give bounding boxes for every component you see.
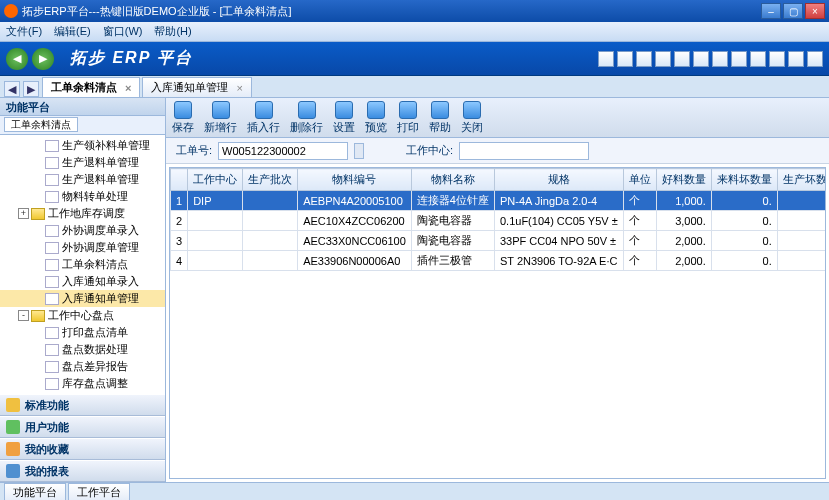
toolbar-button[interactable]: 关闭 [461,101,483,135]
toolbar-button[interactable]: 帮助 [429,101,451,135]
cell[interactable]: AEC33X0NCC06100 [298,231,412,251]
cell[interactable]: 0. [777,251,826,271]
cell[interactable]: 3,000. [656,211,711,231]
tree-item[interactable]: 生产领补料单管理 [0,137,165,154]
cell[interactable]: 0. [711,211,777,231]
cell[interactable]: AEBPN4A20005100 [298,191,412,211]
cell[interactable]: 个 [623,211,656,231]
tree-item[interactable]: 物料转单处理 [0,188,165,205]
cell[interactable]: ST 2N3906 TO-92A E·C [494,251,623,271]
sidebar-section-bar[interactable]: 用户功能 [0,416,165,438]
tree-item[interactable]: 打印盘点清单 [0,324,165,341]
cell[interactable]: 0. [711,231,777,251]
mini-button[interactable] [769,51,785,67]
tab-close-icon[interactable]: × [236,82,242,94]
order-input[interactable] [218,142,348,160]
tree-item[interactable]: +工作地库存调度 [0,205,165,222]
menu-item[interactable]: 窗口(W) [103,24,143,39]
mini-button[interactable] [712,51,728,67]
column-header[interactable]: 规格 [494,169,623,191]
tab-next-button[interactable]: ▶ [23,81,39,97]
mini-button[interactable] [693,51,709,67]
cell[interactable]: AE33906N00006A0 [298,251,412,271]
cell[interactable]: 0. [711,191,777,211]
cell[interactable]: 0.1uF(104) CC05 Y5V ± [494,211,623,231]
table-row[interactable]: 1DIPAEBPN4A20005100连接器4位针座PN-4A JingDa 2… [171,191,827,211]
tree-item[interactable]: 盘点数据处理 [0,341,165,358]
mini-button[interactable] [731,51,747,67]
cell[interactable] [243,211,298,231]
column-header[interactable] [171,169,188,191]
document-tab[interactable]: 入库通知单管理× [142,77,251,97]
cell[interactable]: 2,000. [656,251,711,271]
sidebar-section-bar[interactable]: 我的收藏 [0,438,165,460]
cell[interactable] [243,231,298,251]
cell[interactable]: 2 [171,211,188,231]
tree-item[interactable]: 生产退料单管理 [0,171,165,188]
order-lookup-button[interactable] [354,143,364,159]
cell[interactable]: 插件三极管 [411,251,494,271]
mini-button[interactable] [617,51,633,67]
bottom-tab[interactable]: 功能平台 [4,483,66,500]
column-header[interactable]: 工作中心 [188,169,243,191]
cell[interactable] [188,251,243,271]
mini-button[interactable] [598,51,614,67]
mini-button[interactable] [655,51,671,67]
table-row[interactable]: 2AEC10X4ZCC06200陶瓷电容器0.1uF(104) CC05 Y5V… [171,211,827,231]
cell[interactable]: 3 [171,231,188,251]
tree-item[interactable]: 生产退料单管理 [0,154,165,171]
menu-item[interactable]: 帮助(H) [154,24,191,39]
sidebar-section-bar[interactable]: 我的报表 [0,460,165,482]
cell[interactable]: 0. [777,211,826,231]
mini-button[interactable] [674,51,690,67]
document-tab[interactable]: 工单余料清点× [42,77,140,97]
toolbar-button[interactable]: 新增行 [204,101,237,135]
cell[interactable]: 0. [777,191,826,211]
minimize-button[interactable]: – [761,3,781,19]
tree-item[interactable]: 入库通知单录入 [0,273,165,290]
table-row[interactable]: 4AE33906N00006A0插件三极管ST 2N3906 TO-92A E·… [171,251,827,271]
cell[interactable] [243,251,298,271]
sidebar-section-bar[interactable]: 标准功能 [0,394,165,416]
mini-button[interactable] [807,51,823,67]
cell[interactable]: 0. [711,251,777,271]
nav-forward-button[interactable]: ▶ [32,48,54,70]
sidebar-small-tab[interactable]: 工单余料清点 [4,117,78,132]
cell[interactable]: PN-4A JingDa 2.0-4 [494,191,623,211]
expand-icon[interactable]: + [18,208,29,219]
toolbar-button[interactable]: 删除行 [290,101,323,135]
tree-item[interactable]: 工单余料清点 [0,256,165,273]
cell[interactable]: 1 [171,191,188,211]
tree-item[interactable]: 外协调度单录入 [0,222,165,239]
mini-button[interactable] [636,51,652,67]
column-header[interactable]: 物料编号 [298,169,412,191]
mini-button[interactable] [788,51,804,67]
cell[interactable]: 个 [623,191,656,211]
cell[interactable]: 陶瓷电容器 [411,211,494,231]
toolbar-button[interactable]: 保存 [172,101,194,135]
table-row[interactable]: 3AEC33X0NCC06100陶瓷电容器33PF CC04 NPO 50V ±… [171,231,827,251]
cell[interactable] [243,191,298,211]
data-grid[interactable]: 工作中心生产批次物料编号物料名称规格单位好料数量来料坏数量生产坏数量备注1DIP… [169,167,826,479]
workcenter-input[interactable] [459,142,589,160]
cell[interactable]: AEC10X4ZCC06200 [298,211,412,231]
cell[interactable]: 连接器4位针座 [411,191,494,211]
cell[interactable]: 陶瓷电容器 [411,231,494,251]
tree-item[interactable]: -工作中心盘点 [0,307,165,324]
cell[interactable]: 2,000. [656,231,711,251]
menu-item[interactable]: 编辑(E) [54,24,91,39]
expand-icon[interactable]: - [18,310,29,321]
bottom-tab[interactable]: 工作平台 [68,483,130,500]
menu-item[interactable]: 文件(F) [6,24,42,39]
column-header[interactable]: 生产坏数量 [777,169,826,191]
cell[interactable]: 33PF CC04 NPO 50V ± [494,231,623,251]
column-header[interactable]: 物料名称 [411,169,494,191]
maximize-button[interactable]: ▢ [783,3,803,19]
column-header[interactable]: 生产批次 [243,169,298,191]
toolbar-button[interactable]: 打印 [397,101,419,135]
toolbar-button[interactable]: 预览 [365,101,387,135]
toolbar-button[interactable]: 插入行 [247,101,280,135]
cell[interactable]: 个 [623,251,656,271]
cell[interactable]: 0. [777,231,826,251]
cell[interactable] [188,231,243,251]
